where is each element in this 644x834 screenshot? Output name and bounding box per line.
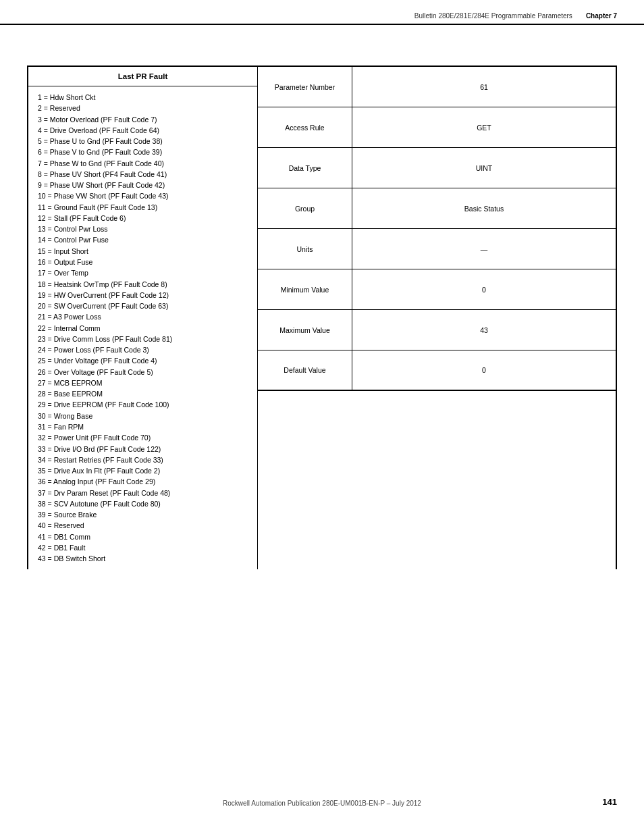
fault-code-item: 40 = Reserved [38,520,248,531]
left-column-header: Last PR Fault [28,67,257,86]
row-label: Group [258,188,352,228]
fault-code-item: 22 = Internal Comm [38,323,248,334]
row-value: 0 [352,269,616,309]
fault-code-item: 8 = Phase UV Short (PF4 Fault Code 41) [38,169,248,180]
fault-code-item: 32 = Power Unit (PF Fault Code 70) [38,432,248,443]
fault-code-item: 18 = Heatsink OvrTmp (PF Fault Code 8) [38,279,248,290]
table-row: Maximum Value43 [258,310,616,350]
fault-code-item: 11 = Ground Fault (PF Fault Code 13) [38,202,248,213]
fault-code-item: 12 = Stall (PF Fault Code 6) [38,213,248,224]
fault-code-item: 3 = Motor Overload (PF Fault Code 7) [38,114,248,125]
fault-code-item: 10 = Phase VW Short (PF Fault Code 43) [38,190,248,201]
row-label: Minimum Value [258,269,352,309]
footer: Rockwell Automation Publication 280E-UM0… [0,800,644,807]
fault-code-item: 1 = Hdw Short Ckt [38,92,248,103]
row-value: 0 [352,350,616,390]
header-bulletin: Bulletin 280E/281E/284E Programmable Par… [414,12,572,20]
table-row: Units— [258,229,616,269]
fault-code-item: 29 = Drive EEPROM (PF Fault Code 100) [38,399,248,410]
table-row: Minimum Value0 [258,269,616,310]
fault-code-item: 26 = Over Voltage (PF Fault Code 5) [38,367,248,377]
fault-code-item: 28 = Base EEPROM [38,388,248,399]
fault-code-item: 2 = Reserved [38,103,248,113]
fault-code-item: 9 = Phase UW Short (PF Fault Code 42) [38,180,248,190]
page-header: Bulletin 280E/281E/284E Programmable Par… [0,0,644,25]
row-label: Units [258,229,352,269]
row-label: Data Type [258,148,352,188]
table-row: Access RuleGET [258,107,616,148]
row-value: UINT [352,148,616,188]
fault-code-item: 19 = HW OverCurrent (PF Fault Code 12) [38,290,248,301]
row-value: Basic Status [352,188,616,228]
fault-code-item: 38 = SCV Autotune (PF Fault Code 80) [38,498,248,509]
fault-code-item: 39 = Source Brake [38,509,248,520]
row-value: 61 [352,67,616,107]
table-row: Default Value0 [258,350,616,391]
row-label: Maximum Value [258,310,352,350]
fault-code-item: 21 = A3 Power Loss [38,311,248,322]
table-row: Parameter Number61 [258,67,616,107]
right-column: Parameter Number61Access RuleGETData Typ… [258,67,617,569]
fault-code-item: 43 = DB Switch Short [38,553,248,564]
page-number: 141 [602,797,617,807]
fault-code-item: 5 = Phase U to Gnd (PF Fault Code 38) [38,136,248,147]
fault-code-item: 34 = Restart Retries (PF Fault Code 33) [38,454,248,465]
fault-code-item: 13 = Control Pwr Loss [38,224,248,234]
fault-code-item: 25 = Under Voltage (PF Fault Code 4) [38,355,248,366]
fault-code-item: 16 = Output Fuse [38,257,248,267]
table-row: GroupBasic Status [258,188,616,229]
fault-code-item: 36 = Analog Input (PF Fault Code 29) [38,476,248,487]
left-column-content: 1 = Hdw Short Ckt2 = Reserved3 = Motor O… [28,86,257,569]
fault-code-item: 35 = Drive Aux In Flt (PF Fault Code 2) [38,465,248,476]
table-row: Data TypeUINT [258,148,616,188]
fault-code-item: 41 = DB1 Comm [38,531,248,542]
fault-code-item: 23 = Drive Comm Loss (PF Fault Code 81) [38,334,248,344]
fault-code-item: 17 = Over Temp [38,267,248,278]
fault-code-item: 42 = DB1 Fault [38,542,248,553]
fault-code-item: 4 = Drive Overload (PF Fault Code 64) [38,125,248,136]
fault-code-item: 15 = Input Short [38,246,248,257]
fault-code-item: 24 = Power Loss (PF Fault Code 3) [38,344,248,355]
left-column: Last PR Fault 1 = Hdw Short Ckt2 = Reser… [28,67,258,569]
fault-code-item: 6 = Phase V to Gnd (PF Fault Code 39) [38,147,248,157]
fault-code-item: 14 = Control Pwr Fuse [38,234,248,245]
page-content: Last PR Fault 1 = Hdw Short Ckt2 = Reser… [0,25,644,596]
row-label: Parameter Number [258,67,352,107]
fault-code-item: 20 = SW OverCurrent (PF Fault Code 63) [38,301,248,311]
fault-code-item: 31 = Fan RPM [38,421,248,432]
row-value: GET [352,107,616,147]
fault-code-item: 7 = Phase W to Gnd (PF Fault Code 40) [38,158,248,169]
fault-code-item: 33 = Drive I/O Brd (PF Fault Code 122) [38,444,248,454]
row-label: Default Value [258,350,352,390]
main-table: Last PR Fault 1 = Hdw Short Ckt2 = Reser… [27,66,617,569]
row-value: 43 [352,310,616,350]
row-value: — [352,229,616,269]
header-chapter: Chapter 7 [586,12,617,20]
footer-text: Rockwell Automation Publication 280E-UM0… [223,800,421,807]
fault-code-item: 27 = MCB EEPROM [38,377,248,388]
row-label: Access Rule [258,107,352,147]
fault-code-item: 37 = Drv Param Reset (PF Fault Code 48) [38,488,248,498]
fault-code-item: 30 = Wrong Base [38,411,248,421]
